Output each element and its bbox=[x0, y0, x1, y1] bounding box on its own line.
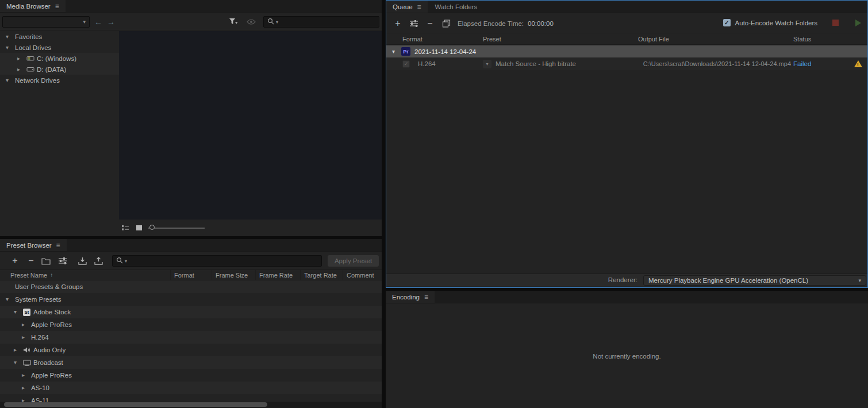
location-dropdown[interactable]: ▾ bbox=[2, 16, 90, 28]
media-browser-content-area bbox=[119, 31, 382, 220]
media-browser-tab[interactable]: Media Browser ≡ bbox=[0, 0, 66, 12]
chevron-down-icon[interactable]: ▾ bbox=[6, 45, 15, 51]
preset-row-as10[interactable]: ▸ AS-10 bbox=[0, 382, 382, 394]
column-format[interactable]: Format bbox=[402, 36, 483, 43]
zoom-slider[interactable] bbox=[148, 225, 205, 232]
preset-row-user-presets[interactable]: User Presets & Groups bbox=[0, 280, 382, 293]
chevron-down-icon[interactable]: ▾ bbox=[125, 259, 127, 264]
panel-menu-icon[interactable]: ≡ bbox=[55, 3, 59, 10]
scrollbar-thumb[interactable] bbox=[4, 402, 267, 407]
media-browser-header: Media Browser ≡ bbox=[0, 0, 382, 13]
tree-item-network-drives[interactable]: ▾ Network Drives bbox=[0, 75, 119, 86]
chevron-right-icon[interactable]: ▸ bbox=[17, 56, 26, 61]
encoding-tab[interactable]: Encoding ≡ bbox=[386, 291, 435, 303]
chevron-right-icon[interactable]: ▸ bbox=[17, 67, 26, 72]
media-search-input[interactable] bbox=[280, 18, 375, 25]
warning-icon[interactable]: ! bbox=[854, 60, 862, 67]
chevron-right-icon[interactable]: ▸ bbox=[22, 372, 31, 378]
panel-menu-icon[interactable]: ≡ bbox=[417, 3, 421, 10]
chevron-right-icon[interactable]: ▸ bbox=[22, 322, 31, 328]
preset-column-header: Preset Name ↑ Format Frame Size Frame Ra… bbox=[0, 270, 382, 280]
preset-row-adobe-stock[interactable]: ▾ St Adobe Stock bbox=[0, 306, 382, 318]
forward-icon[interactable]: → bbox=[106, 16, 116, 28]
preset-row-apple-prores[interactable]: ▸ Apple ProRes bbox=[0, 318, 382, 331]
job-format[interactable]: H.264 bbox=[418, 60, 483, 67]
filter-icon[interactable] bbox=[229, 18, 238, 26]
chevron-down-icon[interactable]: ▾ bbox=[276, 20, 278, 25]
zoom-slider-knob[interactable] bbox=[149, 225, 155, 230]
import-preset-icon[interactable] bbox=[76, 256, 88, 266]
job-checkbox[interactable]: ✓ bbox=[402, 60, 410, 68]
preset-row-system-presets[interactable]: ▾ System Presets bbox=[0, 293, 382, 306]
job-preset[interactable]: Match Source - High bitrate bbox=[496, 60, 576, 67]
chevron-right-icon[interactable]: ▸ bbox=[14, 347, 23, 353]
duplicate-icon[interactable] bbox=[440, 18, 452, 29]
remove-preset-button[interactable]: − bbox=[25, 256, 37, 266]
stop-queue-button[interactable] bbox=[832, 20, 839, 26]
column-target-rate[interactable]: Target Rate bbox=[300, 270, 343, 280]
horizontal-scrollbar[interactable] bbox=[0, 402, 382, 408]
add-preset-button[interactable]: + bbox=[9, 256, 21, 266]
queue-panel: Queue ≡ Watch Folders + − Elapsed Encode… bbox=[386, 0, 868, 288]
preset-browser-tab[interactable]: Preset Browser ≡ bbox=[0, 239, 67, 251]
chevron-down-icon[interactable]: ▾ bbox=[14, 309, 23, 315]
add-source-button[interactable]: + bbox=[392, 18, 404, 29]
renderer-dropdown[interactable]: Mercury Playback Engine GPU Acceleration… bbox=[643, 275, 866, 286]
tree-item-drive-d[interactable]: ▸ D: (DATA) bbox=[0, 64, 119, 75]
new-group-icon[interactable] bbox=[40, 256, 52, 266]
column-label: Format bbox=[174, 272, 194, 279]
back-icon[interactable]: ← bbox=[93, 16, 103, 28]
preset-row-broadcast[interactable]: ▾ Broadcast bbox=[0, 356, 382, 369]
column-label: Format bbox=[402, 36, 423, 43]
zoom-slider-track[interactable] bbox=[148, 228, 205, 229]
queue-job-row[interactable]: ✓ H.264 ▾ Match Source - High bitrate C:… bbox=[386, 57, 867, 70]
tab-queue[interactable]: Queue ≡ bbox=[386, 1, 428, 13]
tree-item-local-drives[interactable]: ▾ Local Drives bbox=[0, 42, 119, 53]
preset-row-audio-only[interactable]: ▸ Audio Only bbox=[0, 344, 382, 356]
chevron-down-icon: ▾ bbox=[858, 278, 861, 283]
column-comment[interactable]: Comment bbox=[343, 270, 382, 280]
chevron-down-icon[interactable]: ▾ bbox=[6, 78, 15, 83]
list-view-icon[interactable] bbox=[121, 225, 129, 231]
tree-item-favorites[interactable]: ▾ Favorites bbox=[0, 31, 119, 42]
column-frame-rate[interactable]: Frame Rate bbox=[255, 270, 300, 280]
tree-item-drive-c[interactable]: ▸ C: (Windows) bbox=[0, 53, 119, 64]
column-label: Preset bbox=[483, 36, 501, 43]
preset-dropdown-icon[interactable]: ▾ bbox=[483, 60, 491, 68]
column-frame-size[interactable]: Frame Size bbox=[212, 270, 255, 280]
preset-row-h264[interactable]: ▸ H.264 bbox=[0, 331, 382, 344]
tab-watch-folders[interactable]: Watch Folders bbox=[428, 1, 485, 13]
encoding-panel: Encoding ≡ Not currently encoding. bbox=[386, 291, 868, 408]
chevron-down-icon[interactable]: ▾ bbox=[392, 49, 401, 55]
eye-icon[interactable] bbox=[247, 19, 256, 25]
column-status[interactable]: Status bbox=[791, 36, 811, 43]
column-format[interactable]: Format bbox=[170, 270, 212, 280]
preset-search-input[interactable] bbox=[129, 257, 318, 264]
preset-row-label: Apple ProRes bbox=[31, 372, 72, 379]
preset-settings-icon[interactable] bbox=[57, 256, 68, 266]
elapsed-encode-time: Elapsed Encode Time:00:00:00 bbox=[458, 20, 554, 27]
preset-row-apple-prores-2[interactable]: ▸ Apple ProRes bbox=[0, 369, 382, 382]
chevron-right-icon[interactable]: ▸ bbox=[22, 385, 31, 391]
column-preset[interactable]: Preset bbox=[483, 36, 638, 43]
chevron-down-icon[interactable]: ▾ bbox=[14, 360, 23, 365]
panel-menu-icon[interactable]: ≡ bbox=[56, 242, 60, 249]
thumbnail-view-icon[interactable] bbox=[136, 225, 143, 231]
apply-preset-button[interactable]: Apply Preset bbox=[328, 255, 379, 267]
renderer-label: Renderer: bbox=[386, 276, 637, 283]
tree-item-label: C: (Windows) bbox=[37, 55, 76, 62]
export-preset-icon[interactable] bbox=[93, 256, 104, 266]
auto-encode-checkbox[interactable]: ✓ bbox=[723, 19, 731, 26]
chevron-down-icon[interactable]: ▾ bbox=[6, 34, 15, 40]
panel-menu-icon[interactable]: ≡ bbox=[424, 294, 428, 301]
start-queue-button[interactable] bbox=[855, 20, 861, 26]
preset-browser-panel: Preset Browser ≡ + − ▾ Apply Preset Pr bbox=[0, 239, 382, 408]
remove-button[interactable]: − bbox=[424, 18, 436, 29]
column-preset-name[interactable]: Preset Name ↑ bbox=[0, 272, 170, 279]
chevron-right-icon[interactable]: ▸ bbox=[22, 334, 31, 340]
job-output-file[interactable]: C:\Users\scrat\Downloads\2021-11-14 12-0… bbox=[638, 60, 791, 67]
column-output-file[interactable]: Output File bbox=[638, 36, 791, 43]
chevron-down-icon[interactable]: ▾ bbox=[6, 297, 15, 302]
queue-source-row[interactable]: ▾ Pr 2021-11-14 12-04-24 bbox=[386, 45, 867, 57]
add-output-icon[interactable] bbox=[408, 18, 420, 29]
